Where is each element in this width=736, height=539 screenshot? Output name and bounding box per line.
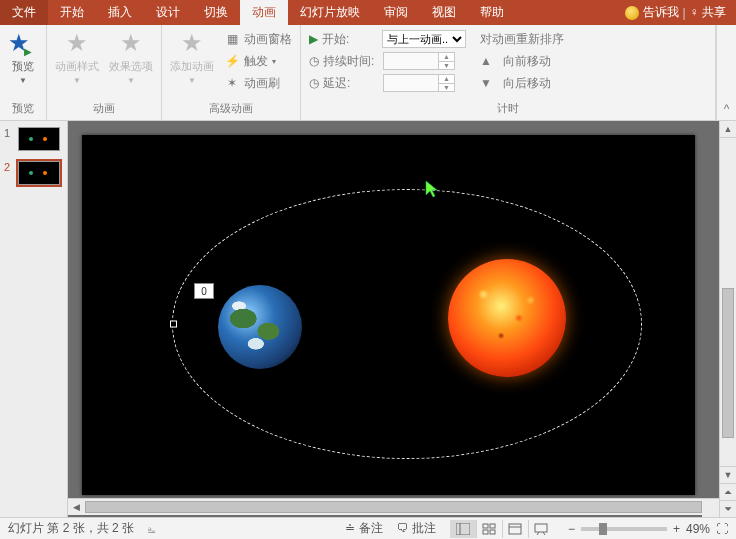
lightbulb-icon: [625, 6, 639, 20]
svg-rect-3: [483, 524, 488, 528]
tab-help[interactable]: 帮助: [468, 0, 516, 25]
status-bar: 幻灯片 第 2 张，共 2 张 ⎁ ≐ 备注 🗨 批注 − + 49% ⛶: [0, 517, 736, 539]
view-slideshow-button[interactable]: [528, 520, 554, 538]
clock-icon: ◷: [309, 76, 319, 90]
zoom-slider[interactable]: [581, 527, 667, 531]
earth-image[interactable]: [218, 285, 302, 369]
reorder-label: 对动画重新排序: [480, 29, 564, 49]
delay-spinner[interactable]: ▲▼: [383, 74, 455, 92]
horizontal-scrollbar[interactable]: ◀▶: [68, 498, 719, 515]
chevron-down-icon: ▼: [188, 76, 196, 85]
svg-rect-1: [456, 523, 470, 535]
fit-window-button[interactable]: ⛶: [716, 522, 728, 536]
star-icon: ★: [66, 29, 88, 57]
slide-canvas[interactable]: 0: [82, 135, 695, 495]
next-slide-button[interactable]: ⏷: [720, 500, 736, 517]
vertical-scrollbar[interactable]: ▲ ▼ ⏶ ⏷: [719, 121, 736, 517]
tab-design[interactable]: 设计: [144, 0, 192, 25]
svg-rect-7: [509, 524, 521, 534]
sun-image[interactable]: [448, 259, 566, 377]
ribbon: ★▶ 预览 ▼ 预览 ★ 动画样式 ▼ ★ 效果选项 ▼ 动画 ★ 添加: [0, 25, 736, 121]
chevron-down-icon: ▼: [127, 76, 135, 85]
star-icon: ★: [120, 29, 142, 57]
effect-options-button[interactable]: ★ 效果选项 ▼: [109, 29, 153, 85]
pane-icon: ▦: [224, 32, 240, 46]
group-timing-label: 计时: [497, 99, 519, 118]
tab-transition[interactable]: 切换: [192, 0, 240, 25]
animation-pane-button[interactable]: ▦动画窗格: [224, 29, 292, 49]
preview-button[interactable]: ★▶ 预览 ▼: [8, 29, 38, 85]
slide-position-label: 幻灯片 第 2 张，共 2 张: [8, 520, 134, 537]
tab-bar: 文件 开始 插入 设计 切换 动画 幻灯片放映 审阅 视图 帮助 告诉我 | ♀…: [0, 0, 736, 25]
work-area: 1 2 0 ◀▶ ▲ ▼ ⏶ ⏷: [0, 121, 736, 517]
tellme-input[interactable]: 告诉我: [643, 4, 679, 21]
view-reading-button[interactable]: [502, 520, 528, 538]
spellcheck-icon[interactable]: ⎁: [148, 522, 155, 536]
tab-view[interactable]: 视图: [420, 0, 468, 25]
tab-slideshow[interactable]: 幻灯片放映: [288, 0, 372, 25]
start-combobox[interactable]: 与上一动画...: [382, 30, 466, 48]
chevron-down-icon: ▼: [73, 76, 81, 85]
tab-animation[interactable]: 动画: [240, 0, 288, 25]
group-advanced-label: 高级动画: [209, 99, 253, 118]
svg-marker-0: [426, 181, 437, 197]
up-icon: ▲: [480, 54, 492, 68]
svg-rect-4: [490, 524, 495, 528]
move-later-button[interactable]: ▼ 向后移动: [480, 73, 564, 93]
comments-button[interactable]: 🗨 批注: [397, 520, 436, 537]
slide-canvas-wrap: 0 ◀▶: [68, 121, 719, 517]
thumbnail-panel: 1 2: [0, 121, 68, 517]
animation-styles-button[interactable]: ★ 动画样式 ▼: [55, 29, 99, 85]
tab-home[interactable]: 开始: [48, 0, 96, 25]
move-earlier-button[interactable]: ▲ 向前移动: [480, 51, 564, 71]
duration-spinner[interactable]: ▲▼: [383, 52, 455, 70]
delay-label: 延迟:: [323, 75, 379, 92]
bolt-icon: ⚡: [224, 54, 240, 68]
thumbnail-1[interactable]: 1: [4, 127, 63, 151]
zoom-out-button[interactable]: −: [568, 522, 575, 536]
share-button[interactable]: ♀ 共享: [690, 4, 726, 21]
start-label: 开始:: [322, 31, 378, 48]
view-sorter-button[interactable]: [476, 520, 502, 538]
down-icon: ▼: [480, 76, 492, 90]
trigger-button[interactable]: ⚡触发 ▾: [224, 51, 292, 71]
add-animation-button[interactable]: ★ 添加动画 ▼: [170, 29, 214, 85]
clock-icon: ◷: [309, 54, 319, 68]
play-icon: ▶: [309, 32, 318, 46]
animation-painter-button[interactable]: ✶动画刷: [224, 73, 292, 93]
group-animation-label: 动画: [93, 99, 115, 118]
collapse-ribbon-button[interactable]: ^: [716, 25, 736, 120]
zoom-value[interactable]: 49%: [686, 522, 710, 536]
zoom-in-button[interactable]: +: [673, 522, 680, 536]
duration-label: 持续时间:: [323, 53, 379, 70]
svg-rect-9: [535, 524, 547, 532]
thumbnail-2[interactable]: 2: [4, 161, 63, 185]
star-icon: ★▶: [8, 29, 38, 57]
chevron-down-icon: ▼: [19, 76, 27, 85]
group-preview-label: 预览: [12, 99, 34, 118]
brush-icon: ✶: [224, 76, 240, 90]
cursor-icon: [426, 181, 438, 197]
animation-tag[interactable]: 0: [194, 283, 214, 299]
prev-slide-button[interactable]: ⏶: [720, 483, 736, 500]
tab-file[interactable]: 文件: [0, 0, 48, 25]
view-normal-button[interactable]: [450, 520, 476, 538]
svg-rect-6: [490, 530, 495, 534]
tab-review[interactable]: 审阅: [372, 0, 420, 25]
svg-rect-5: [483, 530, 488, 534]
star-plus-icon: ★: [181, 29, 203, 57]
notes-button[interactable]: ≐ 备注: [345, 520, 382, 537]
tab-insert[interactable]: 插入: [96, 0, 144, 25]
